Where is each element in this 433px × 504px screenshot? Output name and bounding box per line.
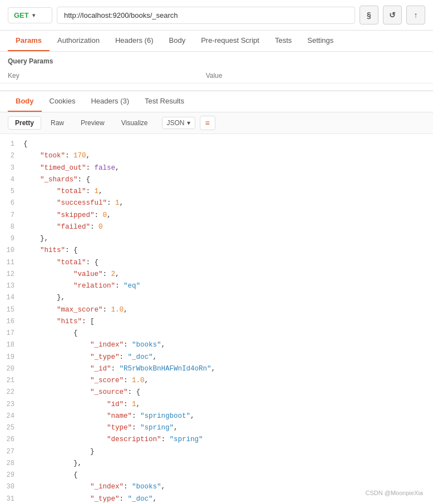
line-number: 1 [0, 139, 23, 150]
tab-authorization[interactable]: Authorization [50, 31, 107, 51]
line-number: 14 [0, 292, 23, 303]
url-input[interactable] [57, 7, 355, 24]
send-button[interactable]: § [360, 6, 378, 24]
format-select[interactable]: JSON ▾ [162, 117, 195, 129]
line-number: 28 [0, 458, 23, 469]
json-line: 5 "total": 1, [0, 186, 433, 197]
json-line: 24 "name": "springboot", [0, 411, 433, 422]
tab-cookies[interactable]: Cookies [42, 91, 83, 112]
line-content: "_index": "books", [23, 339, 433, 351]
line-number: 27 [0, 446, 23, 457]
tab-headers[interactable]: Headers (6) [107, 31, 161, 51]
line-number: 13 [0, 280, 23, 291]
line-content: "_type": "_doc", [23, 352, 433, 363]
chevron-down-icon: ▾ [32, 12, 35, 18]
json-line: 11 "total": { [0, 257, 433, 269]
line-content: "value": 2, [23, 269, 433, 280]
json-line: 13 "relation": "eq" [0, 280, 433, 292]
line-content: "_source": { [23, 387, 433, 398]
view-tab-visualize[interactable]: Visualize [114, 116, 155, 130]
line-number: 15 [0, 304, 23, 315]
json-line: 18 "_index": "books", [0, 339, 433, 351]
line-content: "skipped": 0, [23, 210, 433, 221]
line-number: 8 [0, 221, 23, 233]
json-line: 14 }, [0, 292, 433, 304]
tab-params[interactable]: Params [8, 31, 50, 51]
watermark: CSDN @MoonpieXia [366, 490, 424, 496]
json-line: 10 "hits": { [0, 245, 433, 256]
line-content: "_score": 1.0, [23, 375, 433, 387]
json-line: 19 "_type": "_doc", [0, 352, 433, 363]
line-number: 29 [0, 470, 23, 481]
line-content: "relation": "eq" [23, 280, 433, 292]
line-number: 11 [0, 257, 23, 268]
line-number: 7 [0, 210, 23, 221]
line-number: 19 [0, 352, 23, 363]
line-content: "description": "spring" [23, 434, 433, 446]
method-select[interactable]: GET ▾ [8, 7, 52, 23]
view-tab-pretty[interactable]: Pretty [8, 116, 41, 130]
line-number: 25 [0, 422, 23, 433]
json-line: 17 { [0, 328, 433, 339]
line-content: "name": "springboot", [23, 411, 433, 422]
col-key: Key [0, 68, 198, 83]
line-content: "_id": "R5rWbokBnHAFWnId4oRn", [23, 363, 433, 375]
line-number: 9 [0, 233, 23, 244]
view-tab-preview[interactable]: Preview [73, 116, 112, 130]
line-number: 16 [0, 316, 23, 327]
tab-pre-request[interactable]: Pre-request Script [193, 31, 267, 51]
line-content: "took": 170, [23, 150, 433, 162]
json-line: 26 "description": "spring" [0, 434, 433, 446]
json-line: 27 } [0, 446, 433, 458]
line-number: 2 [0, 150, 23, 161]
refresh-button[interactable]: ↺ [383, 6, 402, 24]
line-number: 17 [0, 328, 23, 339]
json-line: 7 "skipped": 0, [0, 210, 433, 221]
line-content: "successful": 1, [23, 197, 433, 209]
line-content: } [23, 446, 433, 458]
request-tabs: Params Authorization Headers (6) Body Pr… [0, 31, 433, 52]
tab-settings[interactable]: Settings [299, 31, 341, 51]
query-params-table: Key Value [0, 68, 433, 91]
json-line: 15 "max_score": 1.0, [0, 304, 433, 316]
tab-tests[interactable]: Tests [267, 31, 299, 51]
upload-button[interactable]: ↑ [406, 6, 425, 24]
line-content: "type": "spring", [23, 422, 433, 434]
json-line: 2 "took": 170, [0, 150, 433, 162]
json-line: 23 "id": 1, [0, 399, 433, 411]
line-content: }, [23, 233, 433, 245]
json-line: 28 }, [0, 458, 433, 470]
line-content: }, [23, 292, 433, 304]
json-line: 1{ [0, 139, 433, 150]
line-number: 5 [0, 186, 23, 197]
line-content: { [23, 139, 433, 150]
response-tabs: Body Cookies Headers (3) Test Results [0, 91, 433, 112]
line-number: 26 [0, 434, 23, 445]
line-content: "total": { [23, 257, 433, 269]
json-line: 29 { [0, 470, 433, 481]
line-content: "hits": [ [23, 316, 433, 328]
tab-body[interactable]: Body [161, 31, 194, 51]
line-content: "failed": 0 [23, 221, 433, 233]
tab-response-headers[interactable]: Headers (3) [83, 91, 137, 112]
json-line: 8 "failed": 0 [0, 221, 433, 233]
line-number: 24 [0, 411, 23, 422]
line-content: "total": 1, [23, 186, 433, 197]
line-number: 31 [0, 493, 23, 505]
json-line: 22 "_source": { [0, 387, 433, 398]
line-number: 10 [0, 245, 23, 256]
view-tabs-row: Pretty Raw Preview Visualize JSON ▾ ≡ [0, 112, 433, 134]
chevron-down-icon: ▾ [187, 119, 190, 127]
line-number: 12 [0, 269, 23, 280]
wrap-button[interactable]: ≡ [200, 116, 215, 130]
view-tab-raw[interactable]: Raw [43, 116, 71, 130]
line-number: 21 [0, 375, 23, 386]
line-number: 6 [0, 197, 23, 209]
json-line: 21 "_score": 1.0, [0, 375, 433, 387]
line-number: 30 [0, 481, 23, 492]
tab-response-body[interactable]: Body [8, 91, 42, 112]
json-viewer: 1{2 "took": 170,3 "timed_out": false,4 "… [0, 134, 433, 504]
line-content: { [23, 470, 433, 481]
tab-test-results[interactable]: Test Results [137, 91, 192, 112]
json-line: 20 "_id": "R5rWbokBnHAFWnId4oRn", [0, 363, 433, 375]
